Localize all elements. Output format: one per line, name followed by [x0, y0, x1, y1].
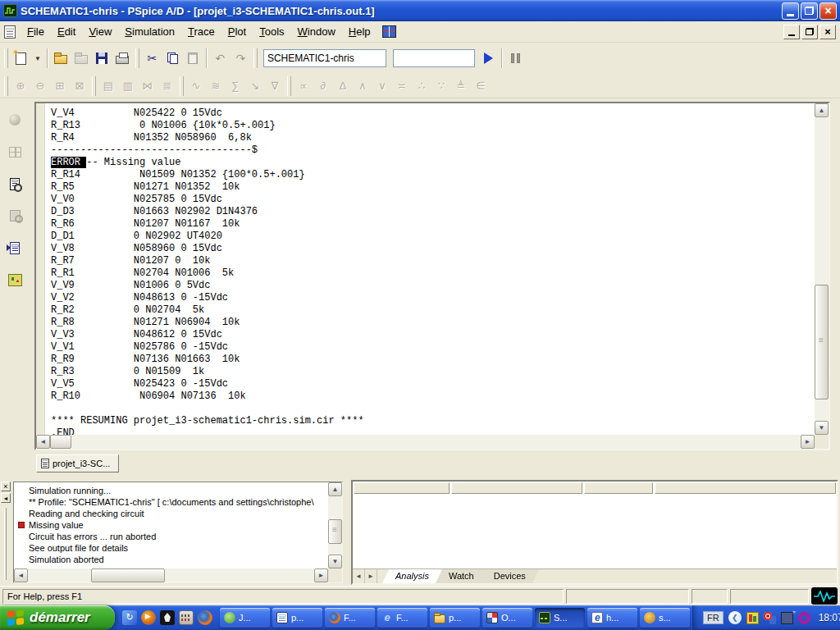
plot-tool-icon-3-8[interactable]: ≜ [451, 77, 471, 95]
taskbar-clock[interactable]: 18:07 [819, 612, 840, 623]
tray-display-sound-icon[interactable] [781, 612, 793, 624]
output-grip-line[interactable] [4, 508, 7, 580]
plot-tool-icon-1-0[interactable]: ▤ [98, 77, 118, 95]
run-simulation-button[interactable] [478, 48, 499, 69]
menu-tools[interactable]: Tools [253, 23, 290, 40]
plot-tool-icon-0-2[interactable]: ⊞ [50, 77, 70, 95]
plot-tool-icon-1-3[interactable]: ≣ [158, 77, 177, 95]
vertical-scrollbar[interactable]: ▲ ▼ [815, 103, 829, 435]
undo-button[interactable]: ↶ [210, 48, 231, 69]
toolbar-grip[interactable] [92, 76, 96, 96]
horizontal-scrollbar[interactable]: ◄ ► [36, 435, 815, 449]
menu-simulation[interactable]: Simulation [118, 23, 181, 40]
task-button[interactable]: O... [482, 608, 532, 628]
plot-tool-icon-3-1[interactable]: ∂ [313, 77, 333, 95]
output-close-button[interactable]: × [1, 482, 11, 491]
plot-tool-icon-3-5[interactable]: ≍ [392, 77, 412, 95]
pause-simulation-button[interactable] [505, 48, 526, 69]
toolbar-grip[interactable] [4, 48, 8, 68]
menu-plot[interactable]: Plot [221, 23, 253, 40]
output-hscroll-track[interactable] [28, 568, 314, 582]
output-hscroll-thumb[interactable] [91, 568, 165, 582]
menu-window[interactable]: Window [291, 23, 342, 40]
tab-scroll-left-button[interactable]: ◄ [353, 569, 365, 583]
plot-tool-icon-3-7[interactable]: ∵ [431, 77, 451, 95]
append-file-button[interactable] [71, 48, 92, 69]
plot-tool-icon-0-3[interactable]: ⊠ [70, 77, 89, 95]
document-tab[interactable]: projet_i3-SC... [36, 454, 119, 472]
plot-tool-icon-3-3[interactable]: ∧ [353, 77, 372, 95]
plot-tool-icon-2-2[interactable]: ∑ [226, 77, 245, 95]
pspice-app-icon[interactable] [3, 4, 17, 17]
paste-button[interactable] [183, 48, 203, 69]
save-button[interactable] [92, 48, 112, 69]
plot-tool-icon-2-0[interactable]: ∿ [186, 77, 206, 95]
firefox-icon[interactable] [198, 610, 212, 625]
header-cell[interactable] [451, 482, 582, 494]
cut-button[interactable]: ✂ [142, 48, 162, 69]
new-file-button[interactable] [11, 48, 31, 69]
view-netlist-button[interactable] [5, 239, 25, 257]
header-cell[interactable] [354, 482, 450, 494]
minimize-button[interactable] [782, 2, 799, 20]
output-scroll-right-button[interactable]: ► [314, 568, 328, 582]
output-scroll-up-button[interactable]: ▲ [328, 482, 342, 496]
toolbar-grip[interactable] [253, 48, 258, 68]
title-bar[interactable]: SCHEMATIC1-chris - PSpice A/D - [projet_… [0, 0, 840, 21]
menu-help[interactable]: Help [342, 23, 377, 40]
view-results-button[interactable] [5, 143, 25, 161]
language-indicator[interactable]: FR [703, 611, 724, 624]
scroll-left-button[interactable]: ◄ [36, 435, 50, 449]
simulation-queue-button[interactable] [5, 271, 25, 289]
simulation-profile-combo[interactable] [263, 49, 386, 67]
start-button[interactable]: démarrer [0, 605, 115, 630]
output-horizontal-scrollbar[interactable]: ◄ ► [14, 568, 328, 582]
open-file-button[interactable] [51, 48, 71, 69]
horizontal-scroll-track[interactable] [50, 435, 801, 449]
run-to-time-field[interactable] [393, 49, 475, 67]
menu-trace[interactable]: Trace [181, 23, 221, 40]
task-button[interactable]: s... [640, 608, 690, 628]
panel-tab-watch[interactable]: Watch [436, 569, 487, 583]
header-cell[interactable] [584, 482, 653, 494]
vertical-scroll-thumb[interactable] [815, 285, 829, 400]
plot-tool-icon-3-2[interactable]: ∆ [333, 77, 353, 95]
scroll-right-button[interactable]: ► [801, 435, 815, 449]
plot-tool-icon-0-0[interactable]: ⊕ [11, 77, 30, 95]
dc-client-icon[interactable] [160, 610, 175, 625]
update-icon[interactable]: ↻ [122, 610, 137, 625]
print-button[interactable] [112, 48, 133, 69]
panel-tab-analysis[interactable]: Analysis [382, 569, 442, 583]
task-button[interactable]: S... [535, 608, 585, 628]
output-vscroll-thumb[interactable] [328, 519, 342, 544]
header-cell[interactable] [655, 482, 836, 494]
output-scroll-left-button[interactable]: ◄ [14, 568, 28, 582]
tray-chevron-button[interactable]: ❮ [728, 611, 742, 624]
plot-tool-icon-2-1[interactable]: ≋ [206, 77, 226, 95]
toolbar-grip[interactable] [287, 76, 291, 96]
plot-tool-icon-3-6[interactable]: ∴ [412, 77, 431, 95]
panel-tab-devices[interactable]: Devices [481, 569, 539, 583]
plot-tool-icon-3-0[interactable]: ∝ [294, 77, 313, 95]
toolbar-grip[interactable] [180, 76, 184, 96]
plot-tool-icon-3-4[interactable]: ∨ [372, 77, 392, 95]
menu-file[interactable]: File [21, 23, 51, 40]
new-file-dropdown[interactable]: ▼ [31, 48, 44, 69]
simulation-status-button[interactable] [5, 111, 25, 129]
horizontal-scroll-thumb[interactable] [50, 435, 71, 449]
restore-button[interactable] [801, 2, 818, 20]
close-button[interactable]: × [819, 2, 837, 20]
task-button[interactable]: F... [377, 608, 427, 628]
mdi-restore-button[interactable] [801, 25, 818, 39]
menu-view[interactable]: View [82, 23, 118, 40]
output-vertical-scrollbar[interactable]: ▲ ▼ [328, 482, 342, 568]
scroll-up-button[interactable]: ▲ [815, 103, 829, 117]
view-circuit-file-button[interactable] [5, 207, 25, 225]
plot-tool-icon-2-3[interactable]: ↘ [245, 77, 265, 95]
output-vscroll-track[interactable] [328, 496, 342, 555]
mdi-minimize-button[interactable] [783, 25, 800, 39]
tray-blocked-icon[interactable] [764, 612, 776, 624]
toolbar-grip[interactable] [135, 48, 139, 68]
output-scroll-down-button[interactable]: ▼ [328, 555, 342, 568]
plot-tool-icon-0-1[interactable]: ⊖ [30, 77, 50, 95]
